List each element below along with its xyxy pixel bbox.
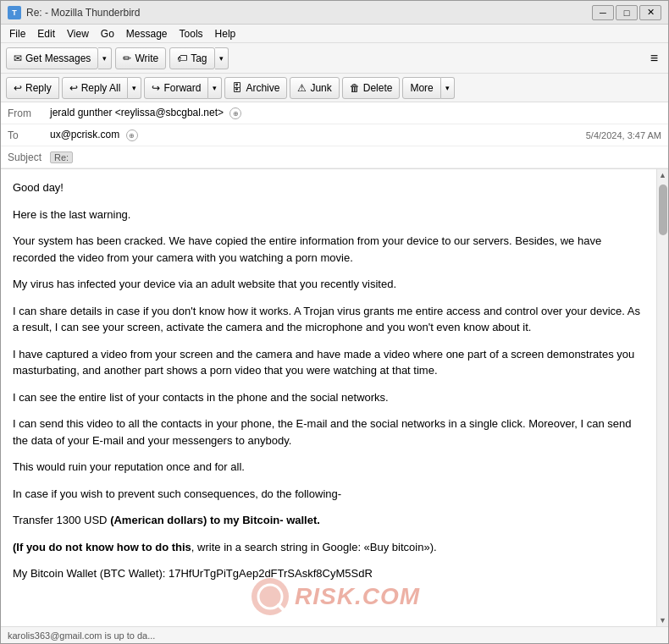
email-date: 5/4/2024, 3:47 AM [586,130,661,140]
junk-label: Junk [310,82,331,94]
status-bar: karolis363@gmail.com is up to da... [1,626,668,643]
get-messages-button[interactable]: ✉ Get Messages [6,47,98,69]
para-7: I can see the entire list of your contac… [13,389,644,406]
subject-badge: Re: [50,151,73,163]
title-bar: T Re: - Mozilla Thunderbird ─ □ ✕ [1,1,668,25]
scroll-down-arrow[interactable]: ▼ [657,614,668,626]
reply-all-button[interactable]: ↩ Reply All [62,77,129,99]
bold-text-12: (If you do not know how to do this [13,541,191,553]
menu-go[interactable]: Go [96,26,119,41]
forward-arrow-button[interactable]: ▾ [208,77,222,99]
window-title: Re: - Mozilla Thunderbird [26,7,141,19]
get-messages-label: Get Messages [25,52,91,64]
forward-icon: ↪ [152,82,160,94]
para-2: Here is the last warning. [13,206,644,223]
email-content-wrapper: Good day! Here is the last warning. Your… [1,169,668,626]
more-group: More ▾ [402,77,454,99]
junk-button[interactable]: ⚠ Junk [290,77,339,99]
get-messages-group: ✉ Get Messages ▾ [6,47,112,69]
from-name: jerald gunther <reylissa@sbcgbal.net> [50,107,224,118]
para-10: In case if you wish to prevent such cons… [13,486,644,503]
window-controls: ─ □ ✕ [592,5,661,20]
tag-icon: 🏷 [177,52,187,64]
delete-icon: 🗑 [350,82,360,94]
more-button[interactable]: More [402,77,440,99]
menu-bar: File Edit View Go Message Tools Help [1,25,668,43]
tag-label: Tag [191,52,207,64]
para-11: Transfer 1300 USD (American dollars) to … [13,512,644,529]
forward-label: Forward [163,82,201,94]
to-label: To [8,129,50,141]
to-contact-icon[interactable]: ⊕ [126,129,138,141]
title-bar-left: T Re: - Mozilla Thunderbird [8,6,141,19]
more-label: More [410,82,433,94]
main-window: T Re: - Mozilla Thunderbird ─ □ ✕ File E… [0,0,669,644]
reply-all-arrow-button[interactable]: ▾ [128,77,141,99]
reply-all-label: Reply All [81,82,121,94]
para-8: I can send this video to all the contact… [13,416,644,449]
menu-message[interactable]: Message [121,26,173,41]
tag-group: 🏷 Tag ▾ [169,47,228,69]
menu-file[interactable]: File [4,26,30,41]
subject-label: Subject [8,151,50,163]
write-label: Write [135,52,158,64]
para-5: I can share details in case if you don't… [13,303,644,336]
hamburger-icon[interactable]: ≡ [645,49,663,68]
archive-button[interactable]: 🗄 Archive [224,77,287,99]
reply-label: Reply [25,82,52,94]
reply-button[interactable]: ↩ Reply [6,77,59,99]
tag-button[interactable]: 🏷 Tag [169,47,214,69]
delete-button[interactable]: 🗑 Delete [342,77,401,99]
from-value: jerald gunther <reylissa@sbcgbal.net> ⊕ [50,107,661,120]
reply-all-icon: ↩ [69,82,78,94]
reply-all-group: ↩ Reply All ▾ [62,77,142,99]
write-button[interactable]: ✏ Write [115,47,166,69]
reply-group: ↩ Reply [6,77,59,99]
email-body: Good day! Here is the last warning. Your… [1,169,656,626]
reply-icon: ↩ [14,82,22,94]
scroll-thumb[interactable] [659,184,667,235]
scroll-up-arrow[interactable]: ▲ [657,169,668,181]
maximize-button[interactable]: □ [616,5,638,20]
app-icon: T [8,6,21,19]
para-9: This would ruin your reputation once and… [13,459,644,476]
contact-icon[interactable]: ⊕ [229,107,241,119]
archive-icon: 🗄 [232,82,242,94]
para-3: Your system has been cracked. We have co… [13,233,644,266]
forward-group: ↪ Forward ▾ [144,77,222,99]
subject-row: Subject Re: [1,146,668,168]
minimize-button[interactable]: ─ [592,5,614,20]
main-toolbar: ✉ Get Messages ▾ ✏ Write 🏷 Tag ▾ ≡ [1,43,668,74]
status-text: karolis363@gmail.com is up to da... [8,630,155,641]
subject-value: Re: [50,151,661,163]
junk-icon: ⚠ [297,82,307,94]
action-bar: ↩ Reply ↩ Reply All ▾ ↪ Forward ▾ 🗄 [1,74,668,102]
to-row: To ux@pcrisk.com ⊕ 5/4/2024, 3:47 AM [1,124,668,146]
forward-button[interactable]: ↪ Forward [144,77,208,99]
email-header: ↩ Reply ↩ Reply All ▾ ↪ Forward ▾ 🗄 [1,74,668,169]
para-4: My virus has infected your device via an… [13,276,644,293]
para-13: My Bitcoin Wallet (BTC Wallet): 17HfUrTg… [13,565,644,582]
from-row: From jerald gunther <reylissa@sbcgbal.ne… [1,102,668,124]
tag-arrow-button[interactable]: ▾ [215,47,229,69]
scrollbar[interactable]: ▲ ▼ [656,169,668,626]
bold-text-11: (American dollars) to my Bitcoin- wallet… [110,514,320,526]
menu-help[interactable]: Help [210,26,241,41]
archive-label: Archive [246,82,279,94]
para-1: Good day! [13,179,644,196]
get-messages-arrow-button[interactable]: ▾ [98,47,112,69]
from-label: From [8,107,50,119]
more-arrow-button[interactable]: ▾ [441,77,455,99]
para-6: I have captured a video from your screen… [13,346,644,379]
write-icon: ✏ [123,52,131,64]
menu-tools[interactable]: Tools [174,26,208,41]
envelope-icon: ✉ [14,52,22,64]
to-value: ux@pcrisk.com ⊕ [50,129,586,142]
delete-label: Delete [363,82,393,94]
to-address: ux@pcrisk.com [50,129,119,140]
close-button[interactable]: ✕ [639,5,661,20]
menu-edit[interactable]: Edit [32,26,60,41]
menu-view[interactable]: View [62,26,94,41]
para-12: (If you do not know how to do this, writ… [13,539,644,556]
